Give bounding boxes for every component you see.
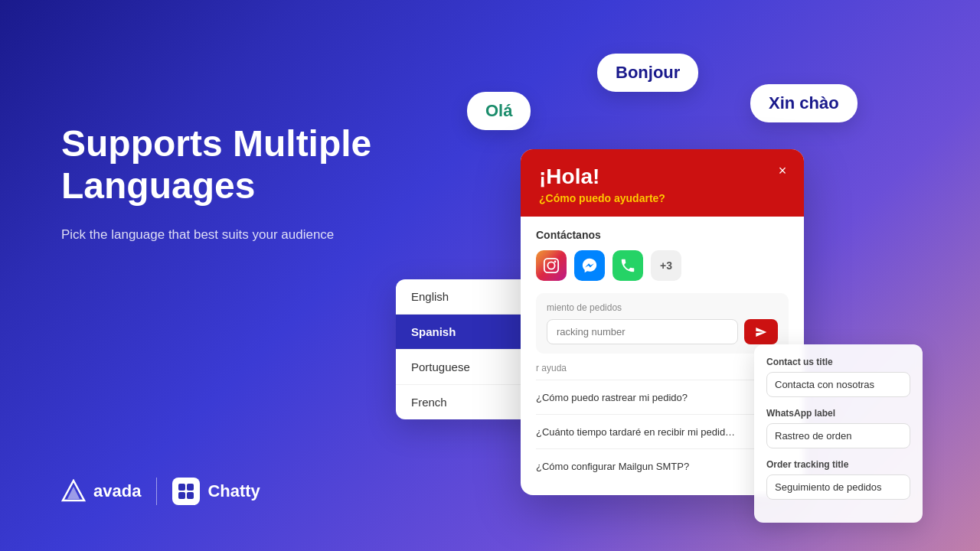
- setting-value-order: Seguimiento de pedidos: [766, 474, 910, 500]
- svg-rect-2: [178, 484, 185, 491]
- avada-label: avada: [93, 481, 141, 501]
- svg-rect-3: [187, 484, 194, 491]
- chatty-brand: Chatty: [172, 478, 260, 505]
- setting-label-whatsapp: WhatsApp label: [766, 408, 910, 419]
- left-content: Supports Multiple Languages Pick the lan…: [61, 122, 413, 245]
- bubble-xin-chao: Xin chào: [750, 84, 858, 122]
- brand-bar: avada Chatty: [61, 478, 260, 505]
- faq-item-1[interactable]: ¿Cómo puedo rastrear mi pedido? ›: [536, 380, 789, 414]
- faq-text-1: ¿Cómo puedo rastrear mi pedido?: [536, 392, 785, 403]
- chatty-logo-icon: [172, 478, 200, 505]
- faq-item-3[interactable]: ¿Cómo configurar Mailgun SMTP? ›: [536, 448, 789, 483]
- setting-label-contact: Contact us title: [766, 357, 910, 367]
- chatty-label: Chatty: [207, 481, 260, 501]
- setting-value-whatsapp: Rastreo de orden: [766, 423, 910, 448]
- more-contacts-badge[interactable]: +3: [651, 250, 681, 281]
- setting-value-contact: Contacta con nosotras: [766, 372, 910, 397]
- bubble-ola: Olá: [467, 92, 531, 130]
- messenger-icon[interactable]: [574, 250, 605, 281]
- chat-header-subtitle: ¿Cómo puedo ayudarte?: [539, 192, 786, 204]
- page-headline: Supports Multiple Languages: [61, 122, 413, 207]
- tracking-input[interactable]: [547, 319, 738, 344]
- tracking-submit-button[interactable]: [744, 319, 778, 344]
- avada-brand: avada: [61, 479, 141, 504]
- avada-logo-icon: [61, 479, 86, 504]
- faq-text-3: ¿Cómo configurar Mailgun SMTP?: [536, 461, 785, 472]
- svg-rect-4: [178, 492, 185, 499]
- svg-rect-6: [544, 259, 558, 272]
- setting-contact-title: Contact us title Contacta con nosotras: [766, 357, 910, 397]
- chat-close-button[interactable]: ×: [773, 161, 792, 180]
- svg-point-7: [547, 262, 554, 269]
- instagram-icon[interactable]: [536, 250, 567, 281]
- tracking-label: miento de pedidos: [547, 302, 778, 313]
- setting-label-order: Order tracking title: [766, 459, 910, 470]
- brand-divider: [156, 478, 157, 505]
- phone-icon[interactable]: [612, 250, 643, 281]
- contact-icons: +3: [536, 250, 789, 281]
- page-subtext: Pick the language that best suits your a…: [61, 225, 337, 245]
- tracking-section: miento de pedidos: [536, 293, 789, 354]
- help-section: r ayuda: [536, 363, 789, 373]
- bubble-bonjour: Bonjour: [597, 54, 698, 92]
- faq-text-2: ¿Cuánto tiempo tardaré en recibir mi ped…: [536, 426, 785, 438]
- setting-order-tracking: Order tracking title Seguimiento de pedi…: [766, 459, 910, 500]
- tracking-input-row: [547, 319, 778, 344]
- chat-header-title: ¡Hola!: [539, 165, 786, 189]
- help-label: r ayuda: [536, 363, 789, 373]
- svg-rect-5: [187, 492, 194, 499]
- faq-item-2[interactable]: ¿Cuánto tiempo tardaré en recibir mi ped…: [536, 414, 789, 448]
- contact-section-title: Contáctanos: [536, 229, 789, 241]
- setting-whatsapp-label: WhatsApp label Rastreo de orden: [766, 408, 910, 448]
- chat-header: ¡Hola! ¿Cómo puedo ayudarte? ×: [521, 149, 804, 217]
- svg-point-8: [554, 261, 557, 263]
- settings-panel: Contact us title Contacta con nosotras W…: [754, 344, 923, 523]
